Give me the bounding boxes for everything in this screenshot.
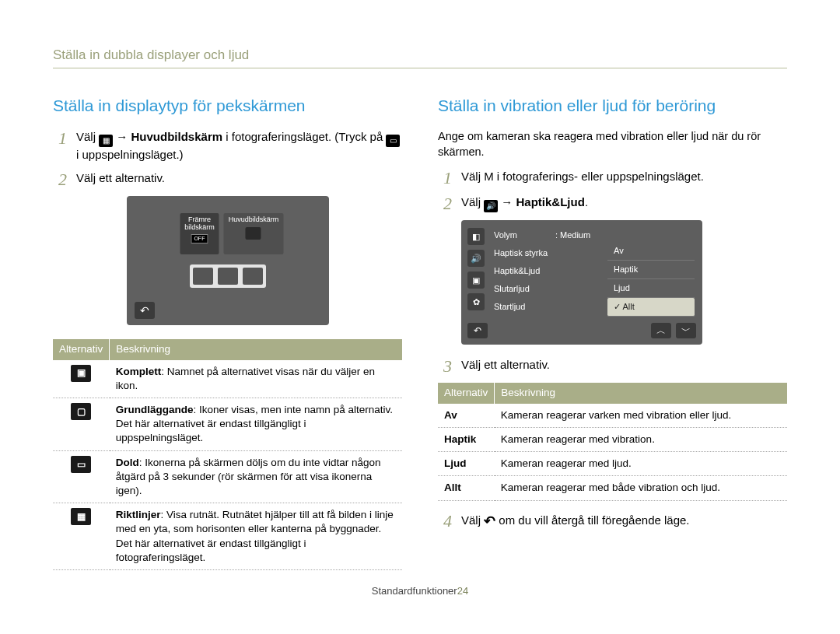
option-icon-hidden: ▭ [71,456,91,473]
menu-dropdown: Av Haptik Ljud ✓ Allt [607,228,695,316]
screenshot-icon-row [190,264,266,288]
table-row: Allt Kameran reagerar med både vibration… [438,476,787,500]
footer-label: Standardfunktioner [372,585,457,597]
screenshot-display-settings: Främre bildskärm OFF Huvudbildskärm ↶ [127,196,329,325]
table-row: Ljud Kameran reagerar med ljud. [438,452,787,476]
dropdown-option-selected: ✓ Allt [607,298,695,317]
left-column: Ställa in displaytyp för pekskärmen 1 Vä… [53,95,402,581]
text: i fotograferingsläget. (Tryck på [226,130,386,143]
screenshot-tab-main: Huvudbildskärm [224,213,284,254]
text: i uppspelningsläget.) [76,148,184,161]
chevron-down-icon: ﹀ [676,323,696,338]
table-header-option: Alternativ [438,383,495,403]
right-step-3: 3 Välj ett alternativ. [438,357,787,375]
table-row: ▣ Komplett: Namnet på alternativet visas… [53,360,402,398]
table-header-description: Beskrivning [495,383,787,403]
back-icon: ↶ [467,323,488,338]
right-heading: Ställa in vibration eller ljud för berör… [438,95,787,117]
menu-value: : Medium [555,230,590,240]
table-row: ▦ Riktlinjer: Visa rutnät. Rutnätet hjäl… [53,503,402,570]
step-text: Välj ett alternativ. [76,170,402,186]
display-mode-icon [218,268,238,285]
left-step-1: 1 Välj ▦ → Huvudbildskärm i fotograferin… [53,129,402,163]
opt-name: Riktlinjer [116,509,161,520]
menu-label: Haptik&Ljud [494,265,590,277]
opt-desc: Kameran reagerar med vibration. [495,427,787,451]
table-cell: Riktlinjer: Visa rutnät. Rutnätet hjälpe… [110,503,402,570]
thumb-icon [246,227,261,240]
step-number: 3 [438,357,452,375]
opt-desc: Kameran reagerar med ljud. [495,452,787,476]
text: Välj [76,130,99,143]
text: om du vill återgå till föregående läge. [499,513,689,527]
two-column-layout: Ställa in displaytyp för pekskärmen 1 Vä… [53,95,787,581]
label: Huvudbildskärm [229,215,279,223]
display-icon: ▦ [99,135,113,147]
step-text: Välj M i fotograferings- eller uppspelni… [461,169,787,184]
sound-icon: 🔊 [484,200,498,212]
display-mode-icon [243,268,263,285]
step-number: 1 [53,129,67,147]
page-number: 24 [457,585,468,597]
step-number: 2 [53,170,67,188]
step-text: Välj ↶ om du vill återgå till föregående… [461,512,787,531]
table-row: Haptik Kameran reagerar med vibration. [438,427,787,451]
intro-text: Ange om kameran ska reagera med vibratio… [438,129,787,159]
opt-desc: Kameran reagerar med både vibration och … [495,476,787,500]
menu-label: Startljud [494,301,590,313]
opt-desc: Kameran reagerar varken med vibration el… [495,404,787,428]
table-row: ▭ Dold: Ikonerna på skärmen döljs om du … [53,450,402,503]
menu-labels: Volym : Medium Haptisk styrka Haptik&Lju… [494,229,590,312]
option-icon-full: ▣ [71,365,91,382]
opt-name: Dold [116,457,139,468]
text: . [585,195,588,208]
bold-label: Haptik&Ljud [516,195,585,208]
menu-label: Haptisk styrka [494,247,590,259]
right-step-4: 4 Välj ↶ om du vill återgå till föregåen… [438,512,787,531]
menu-sidebar-icons: ◧ 🔊 ▣ ✿ [467,228,486,310]
opt-name: Ljud [438,452,495,476]
opt-desc: : Ikonerna på skärmen döljs om du inte v… [116,457,381,496]
screenshot-sound-menu: ◧ 🔊 ▣ ✿ Volym : Medium Haptisk styrka Ha… [461,220,702,345]
label: Allt [622,302,634,311]
step-text: Välj ett alternativ. [461,357,787,373]
label: Främre [188,215,211,223]
opt-name: Allt [438,476,495,500]
opt-name: Av [438,404,495,428]
off-badge: OFF [191,234,208,243]
display-mode-icon [193,268,213,285]
step-number: 4 [438,512,452,530]
left-options-table: Alternativ Beskrivning ▣ Komplett: Namne… [53,339,402,570]
table-row: ▢ Grundläggande: Ikoner visas, men inte … [53,398,402,450]
text: Välj [461,513,484,527]
display-icon: ▣ [467,271,485,289]
screenshot-tab-front: Främre bildskärm OFF [180,213,219,254]
sound-icon: 🔊 [467,250,485,267]
gear-icon: ✿ [467,293,485,310]
menu-label: Slutarljud [494,283,590,295]
spacer [607,228,695,242]
step-text: Välj ▦ → Huvudbildskärm i fotograferings… [76,129,402,163]
table-cell: Dold: Ikonerna på skärmen döljs om du in… [110,450,402,503]
opt-name: Grundläggande [116,404,194,415]
right-options-table: Alternativ Beskrivning Av Kameran reager… [438,383,787,500]
menu-label: Volym [494,230,517,240]
screenshot-tabs: Främre bildskärm OFF Huvudbildskärm [180,213,283,254]
dropdown-option: Ljud [607,279,695,298]
spacer [492,323,646,338]
screenshot-bottom-bar: ↶ ︿ ﹀ [467,323,696,338]
option-icon-grid: ▦ [71,508,91,525]
camera-icon: ◧ [467,228,485,245]
section-header: Ställa in dubbla displayer och ljud [53,47,787,68]
table-cell: Grundläggande: Ikoner visas, men inte na… [110,398,402,450]
step-number: 2 [438,194,452,212]
back-icon: ↶ [135,302,155,319]
label: bildskärm [184,223,215,231]
option-icon-basic: ▢ [71,403,91,420]
dropdown-option: Haptik [607,261,695,279]
chevron-up-icon: ︿ [651,323,671,338]
left-step-2: 2 Välj ett alternativ. [53,170,402,188]
bold-label: Huvudbildskärm [131,130,223,143]
table-header-description: Beskrivning [110,339,402,359]
dropdown-option: Av [607,242,695,261]
